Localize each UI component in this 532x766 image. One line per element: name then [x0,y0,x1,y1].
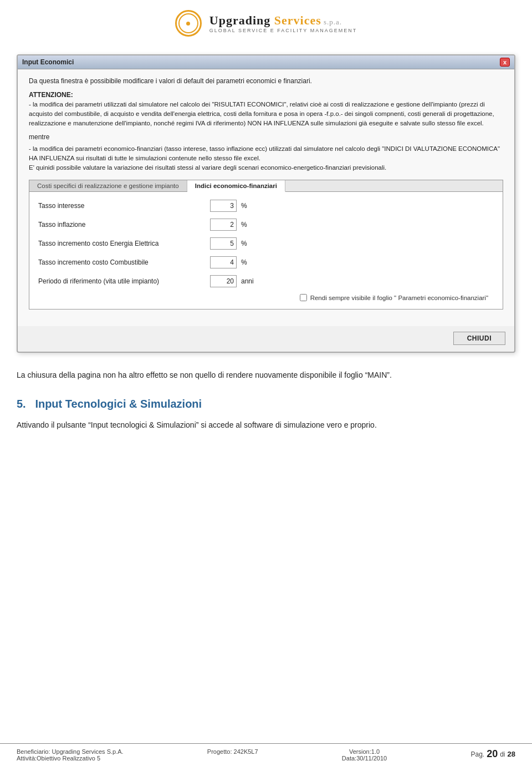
footer-pag-label: Pag. [470,750,484,758]
form-row-tasso-inflazione: Tasso inflazione % [38,219,494,231]
section-5-heading: 5. Input Tecnologici & Simulazioni [17,398,515,410]
input-tasso-interesse[interactable] [210,200,237,212]
input-energia[interactable] [210,237,237,250]
chiudi-button[interactable]: CHIUDI [453,332,505,345]
tab-indici-economici[interactable]: Indici economico-finanziari [187,180,285,192]
logo-text: Upgrading Services s.p.a. Global Service… [209,13,357,33]
page-footer: Beneficiario: Upgrading Services S.p.A. … [0,743,532,766]
tab-bar: Costi specifici di realizzazione e gesti… [29,180,503,192]
input-combustibile[interactable] [210,256,237,268]
attention-body: - la modifica dei parametri utilizzati d… [29,100,503,128]
unit-combustibile: % [241,258,247,266]
footer-center: Progetto: 242K5L7 [207,748,258,755]
input-tasso-inflazione[interactable] [210,219,237,231]
label-combustibile: Tasso incremento costo Combustibile [38,258,210,266]
dialog-close-button[interactable]: x [500,58,510,67]
form-row-energia: Tasso incremento costo Energia Elettrica… [38,237,494,250]
footer-page-total: 28 [508,750,515,758]
company-name: Upgrading Services s.p.a. [209,13,357,28]
footer-progetto: Progetto: 242K5L7 [207,748,258,755]
dialog-title: Input Economici [22,58,74,66]
label-periodo: Periodo di riferimento (vita utile impia… [38,277,210,285]
footer-page-di: di [500,750,505,758]
unit-periodo: anni [241,277,254,285]
dialog-titlebar: Input Economici x [18,55,514,69]
footer-page-current: 20 [487,748,498,760]
input-economici-dialog: Input Economici x Da questa finestra è p… [17,54,515,353]
dialog-attention-block: ATTENZIONE: - la modifica dei parametri … [29,90,503,128]
checkbox-label: Rendi sempre visibile il foglio " Parame… [310,295,488,301]
footer-version: Version:1.0 [342,748,387,755]
section-number: 5. [17,398,26,410]
input-periodo[interactable] [210,275,237,287]
footer-date: Data:30/11/2010 [342,755,387,762]
unit-tasso-interesse: % [241,202,247,210]
form-row-combustibile: Tasso incremento costo Combustibile % [38,256,494,268]
dialog-section2: - la modifica dei parametri economico-fi… [29,144,503,172]
form-row-periodo: Periodo di riferimento (vita utile impia… [38,275,494,287]
form-row-tasso-interesse: Tasso interesse % [38,200,494,212]
tab-content: Tasso interesse % Tasso inflazione % Tas… [29,192,503,309]
body-paragraph-1: La chiusura della pagina non ha altro ef… [17,369,515,381]
dialog-footer: CHIUDI [18,326,514,352]
dialog-intro-text: Da questa finestra è possibibile modific… [29,77,503,85]
label-tasso-inflazione: Tasso inflazione [38,221,210,229]
unit-tasso-inflazione: % [241,221,247,229]
attention-title: ATTENZIONE: [29,90,503,100]
checkbox-row: Rendi sempre visibile il foglio " Parame… [38,294,494,301]
rendi-visibile-checkbox[interactable] [300,294,307,301]
logo-icon [175,10,202,37]
footer-right: Pag. 20 di 28 [470,748,515,760]
dialog-body: Da questa finestra è possibibile modific… [18,69,514,326]
dialog-mentre: mentre [29,133,503,141]
label-tasso-interesse: Tasso interesse [38,202,210,210]
label-energia: Tasso incremento costo Energia Elettrica [38,240,210,247]
section-5-body: Attivando il pulsante “Input tecnologici… [17,419,515,431]
unit-energia: % [241,240,247,247]
footer-left: Beneficiario: Upgrading Services S.p.A. … [17,748,124,762]
logo-container: Upgrading Services s.p.a. Global Service… [175,10,357,37]
tab-panel: Costi specifici di realizzazione e gesti… [29,180,503,310]
section-title: Input Tecnologici & Simulazioni [35,398,202,410]
main-content: Input Economici x Da questa finestra è p… [0,43,532,431]
footer-beneficiario-line2: Attività:Obiettivo Realizzativo 5 [17,755,124,762]
company-subtitle: Global Service e Facility Management [209,28,357,33]
footer-beneficiario-line1: Beneficiario: Upgrading Services S.p.A. [17,748,124,755]
tab-costi-specifici[interactable]: Costi specifici di realizzazione e gesti… [29,180,187,191]
page-header: Upgrading Services s.p.a. Global Service… [0,0,532,43]
footer-version-date: Version:1.0 Data:30/11/2010 [342,748,387,762]
